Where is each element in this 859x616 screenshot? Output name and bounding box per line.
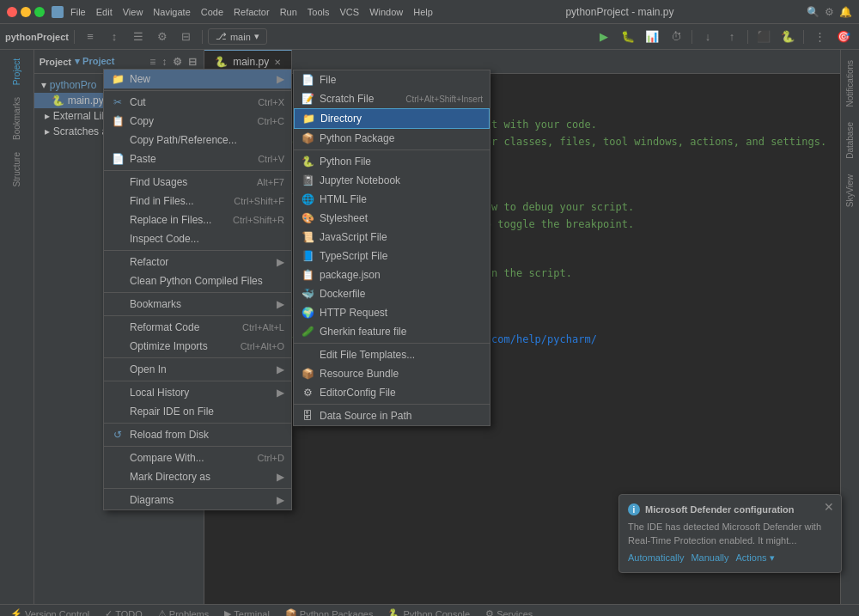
menu-item-copy-path-label: Copy Path/Reference... bbox=[130, 134, 284, 146]
resource-bundle-icon: 📦 bbox=[301, 368, 314, 380]
menu-item-optimize-shortcut: Ctrl+Alt+O bbox=[241, 341, 284, 351]
file-type-icon: 📄 bbox=[301, 74, 314, 86]
menu-item-refactor[interactable]: Refactor ▶ bbox=[104, 253, 291, 271]
gherkin-icon: 🥒 bbox=[301, 326, 314, 338]
submenu-item-file[interactable]: 📄 File bbox=[294, 70, 490, 89]
menu-item-compare-shortcut: Ctrl+D bbox=[258, 453, 284, 463]
menu-item-clean-label: Clean Python Compiled Files bbox=[130, 275, 284, 287]
submenu-item-directory[interactable]: 📁 Directory bbox=[294, 108, 490, 129]
notification-action-actions[interactable]: Actions ▾ bbox=[735, 552, 774, 564]
menu-sep-3 bbox=[104, 250, 291, 251]
submenu-item-python-file[interactable]: 🐍 Python File bbox=[294, 152, 490, 171]
menu-item-copy-shortcut: Ctrl+C bbox=[258, 116, 284, 126]
menu-item-open-in-label: Open In bbox=[130, 363, 271, 375]
dockerfile-icon: 🐳 bbox=[301, 288, 314, 300]
submenu-item-editorconfig[interactable]: ⚙ EditorConfig File bbox=[294, 383, 490, 402]
notification-action-manual[interactable]: Manually bbox=[691, 552, 728, 564]
menu-item-reformat-label: Reformat Code bbox=[130, 321, 237, 333]
submenu-item-http-label: HTTP Request bbox=[320, 307, 483, 319]
copy-icon: 📋 bbox=[111, 115, 125, 127]
notification-title: Microsoft Defender configuration bbox=[645, 504, 795, 515]
new-submenu: 📄 File 📝 Scratch File Ctrl+Alt+Shift+Ins… bbox=[293, 70, 490, 426]
submenu-item-editorconfig-label: EditorConfig File bbox=[320, 387, 483, 399]
submenu-item-data-source[interactable]: 🗄 Data Source in Path bbox=[294, 406, 490, 425]
submenu-item-package-json[interactable]: 📋 package.json bbox=[294, 265, 490, 284]
submenu-item-js[interactable]: 📜 JavaScript File bbox=[294, 228, 490, 247]
mark-dir-arrow-icon: ▶ bbox=[277, 471, 284, 483]
notification-actions: Automatically Manually Actions ▾ bbox=[628, 552, 832, 564]
menu-item-mark-dir-label: Mark Directory as bbox=[130, 471, 271, 483]
submenu-item-directory-label: Directory bbox=[320, 113, 482, 125]
menu-item-find-files-shortcut: Ctrl+Shift+F bbox=[234, 196, 284, 206]
menu-item-clean[interactable]: Clean Python Compiled Files bbox=[104, 271, 291, 290]
menu-item-repair[interactable]: Repair IDE on File bbox=[104, 402, 291, 421]
submenu-item-jupyter[interactable]: 📓 Jupyter Notebook bbox=[294, 171, 490, 190]
menu-item-reload[interactable]: ↺ Reload from Disk bbox=[104, 425, 291, 444]
menu-item-find-usages[interactable]: Find Usages Alt+F7 bbox=[104, 173, 291, 192]
menu-item-paste[interactable]: 📄 Paste Ctrl+V bbox=[104, 149, 291, 168]
submenu-item-scratch[interactable]: 📝 Scratch File Ctrl+Alt+Shift+Insert bbox=[294, 89, 490, 108]
submenu-item-html-label: HTML File bbox=[320, 193, 483, 205]
submenu-item-edit-templates-label: Edit File Templates... bbox=[320, 349, 483, 361]
diagrams-arrow-icon: ▶ bbox=[277, 494, 284, 506]
submenu-item-dockerfile-label: Dockerfile bbox=[320, 288, 483, 300]
submenu-item-python-package[interactable]: 📦 Python Package bbox=[294, 129, 490, 148]
notification-action-auto[interactable]: Automatically bbox=[628, 552, 684, 564]
ts-icon: 📘 bbox=[301, 250, 314, 262]
menu-item-local-history[interactable]: Local History ▶ bbox=[104, 383, 291, 402]
submenu-item-edit-templates[interactable]: Edit File Templates... bbox=[294, 345, 490, 364]
submenu-item-js-label: JavaScript File bbox=[320, 231, 483, 243]
menu-sep-2 bbox=[104, 170, 291, 171]
menu-item-copy-path[interactable]: Copy Path/Reference... bbox=[104, 131, 291, 149]
menu-item-find-files-label: Find in Files... bbox=[130, 195, 228, 207]
submenu-item-ts[interactable]: 📘 TypeScript File bbox=[294, 247, 490, 265]
submenu-item-python-file-label: Python File bbox=[320, 156, 483, 168]
menu-item-paste-shortcut: Ctrl+V bbox=[258, 154, 284, 164]
notification-close-icon[interactable]: ✕ bbox=[824, 500, 834, 514]
menu-item-compare-label: Compare With... bbox=[130, 452, 253, 464]
chevron-right-icon: ▶ bbox=[277, 73, 284, 85]
menu-item-local-history-label: Local History bbox=[130, 387, 271, 399]
menu-sep-4 bbox=[104, 292, 291, 293]
menu-item-new[interactable]: 📁 New ▶ bbox=[104, 70, 291, 88]
menu-item-diagrams[interactable]: Diagrams ▶ bbox=[104, 491, 291, 509]
menu-item-cut-shortcut: Ctrl+X bbox=[258, 97, 284, 107]
editorconfig-icon: ⚙ bbox=[301, 387, 314, 399]
menu-item-copy[interactable]: 📋 Copy Ctrl+C bbox=[104, 112, 291, 131]
menu-item-reformat[interactable]: Reformat Code Ctrl+Alt+L bbox=[104, 318, 291, 337]
menu-item-new-label: New bbox=[130, 73, 271, 85]
menu-item-open-in[interactable]: Open In ▶ bbox=[104, 360, 291, 379]
menu-sep-10 bbox=[104, 488, 291, 489]
menu-item-mark-dir[interactable]: Mark Directory as ▶ bbox=[104, 467, 291, 486]
submenu-sep-2 bbox=[294, 343, 490, 344]
menu-item-replace-files[interactable]: Replace in Files... Ctrl+Shift+R bbox=[104, 210, 291, 229]
menu-item-inspect[interactable]: Inspect Code... bbox=[104, 229, 291, 248]
menu-item-optimize-label: Optimize Imports bbox=[130, 340, 235, 352]
submenu-item-http[interactable]: 🌍 HTTP Request bbox=[294, 303, 490, 322]
menu-item-find-files[interactable]: Find in Files... Ctrl+Shift+F bbox=[104, 192, 291, 210]
menu-item-optimize[interactable]: Optimize Imports Ctrl+Alt+O bbox=[104, 337, 291, 356]
submenu-item-file-label: File bbox=[320, 74, 483, 86]
notification-body: The IDE has detected Microsoft Defender … bbox=[628, 521, 832, 547]
submenu-sep-3 bbox=[294, 404, 490, 405]
submenu-item-scratch-label: Scratch File bbox=[320, 93, 400, 105]
submenu-item-dockerfile[interactable]: 🐳 Dockerfile bbox=[294, 284, 490, 303]
menu-item-cut[interactable]: ✂ Cut Ctrl+X bbox=[104, 93, 291, 112]
notification-header: i Microsoft Defender configuration bbox=[628, 503, 832, 515]
history-arrow-icon: ▶ bbox=[277, 387, 284, 399]
submenu-item-gherkin[interactable]: 🥒 Gherkin feature file bbox=[294, 322, 490, 341]
menu-item-bookmarks[interactable]: Bookmarks ▶ bbox=[104, 295, 291, 314]
submenu-item-stylesheet-label: Stylesheet bbox=[320, 212, 483, 224]
menu-item-compare[interactable]: Compare With... Ctrl+D bbox=[104, 448, 291, 467]
menu-item-refactor-label: Refactor bbox=[130, 256, 271, 268]
menu-item-reload-label: Reload from Disk bbox=[130, 429, 284, 441]
context-menu: 📁 New ▶ ✂ Cut Ctrl+X 📋 Copy Ctrl+C Copy … bbox=[103, 69, 292, 510]
submenu-item-resource-bundle[interactable]: 📦 Resource Bundle bbox=[294, 364, 490, 383]
submenu-item-stylesheet[interactable]: 🎨 Stylesheet bbox=[294, 209, 490, 228]
info-icon: i bbox=[628, 503, 640, 515]
menu-item-bookmarks-label: Bookmarks bbox=[130, 298, 271, 310]
reload-icon: ↺ bbox=[111, 429, 125, 441]
submenu-item-html[interactable]: 🌐 HTML File bbox=[294, 190, 490, 209]
menu-item-copy-label: Copy bbox=[130, 115, 253, 127]
menu-sep-9 bbox=[104, 446, 291, 447]
